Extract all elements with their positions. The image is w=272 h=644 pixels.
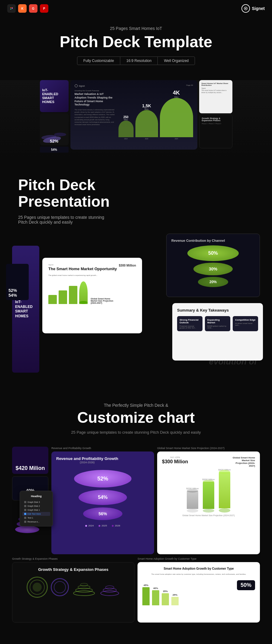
purple-spiral [99,578,120,596]
edit-item-text1[interactable]: Text 1 [22,516,50,520]
oval-deco-3 [54,133,66,136]
revenue-card-top: Revenue and Profitability Growth (2024-2… [56,456,118,464]
slide-logo-text: Signet [79,85,85,87]
edit-icon-active [24,513,26,515]
cyl-base-3 [219,508,230,513]
right-growth-text: Phase 1 • Phase 2 • Phase 3 [202,123,230,125]
year2-label: 2020 [145,138,148,140]
val3: 4K [173,90,180,96]
legend-1: 2024 [85,524,94,527]
cylinder-chart: $200 Milion $300 Milion [162,470,255,513]
stat-card-52: 52% 54% [6,264,29,300]
right-card-text: SignetThe smart homes IoT market share i… [202,87,230,94]
summary-title: Summary & Key Takeaways [177,308,258,312]
legend-dot-2 [99,525,100,527]
rev-title: Revenue and Profitability Growth [56,456,118,461]
customize-subtitle: The Perfectly Simple Pitch Deck & [6,403,266,408]
left-mini-cards: IoT-ENABLEDSMARTHOMES 52% 54% [40,80,69,153]
edit-item-2[interactable]: Graph Disk 2 [22,504,50,508]
pdf-icon[interactable]: P [40,4,48,13]
google-slides-icon[interactable]: G [29,4,37,13]
revenue-profitability-card: Heading Graph Disk 3 Graph Disk 2 Graph … [51,451,154,554]
smart-badge: 50% [237,580,255,590]
summary-item-3: Competitive Edge AI-driven smart home te… [233,316,258,331]
edit-icon-3 [24,509,26,511]
edit-item-active[interactable]: Edit Text Here [22,512,50,516]
smart-val-45: 45% [144,584,148,587]
mini-card-iot: IoT-ENABLEDSMARTHOMES [40,80,69,112]
bubble-chart: 250 Million 2014 1,5K Million 2020 [118,90,193,140]
svg-point-12 [103,588,116,592]
slide-content: Unveiling the Growth Potential: Market V… [75,90,193,140]
cyl-shape-1 [187,491,198,509]
purple-oval-54: 54% [79,490,127,505]
legend-2: 2025 [99,524,107,527]
revenue-ovals: 50% 30% 20% [171,245,255,287]
oval-20: 20% [198,277,228,287]
legend-dot-3 [112,525,114,527]
svg-point-6 [245,8,246,9]
smart-bar-2 [152,590,159,605]
market-opp-title: The Smart Home Market Opportunity [48,267,117,271]
cyl-top-3 [219,470,230,474]
slide-body: The smart home industry is witnessing un… [75,108,115,126]
slide-header: Signet Page 06 [75,84,193,87]
edit-popup-title: Heading [22,494,50,499]
cyl-2: $300 Milion [202,478,215,513]
cyl-base-1 [187,509,198,513]
ring-green-1 [27,577,48,598]
bubble-2024: 4K Million 2024 [160,90,193,140]
logo-text: Signet [252,6,265,11]
smart-bar-group-4: 25% [171,594,179,605]
cyl-shape-2 [203,482,214,509]
cyl-3: $420 Milion [218,468,231,513]
preview-section: IoT-ENABLEDSMARTHOMES 52% 54% Signet Pag… [0,80,272,159]
revenue-profitability-wrapper: Revenue and Profitability Growth Heading… [51,447,154,554]
rev-subtitle: (2024-2026) [56,461,118,464]
purple-oval-56: 56% [83,507,122,520]
edit-item-revenue[interactable]: Revenue e... [22,520,50,524]
edit-item-3[interactable]: Graph Disk 1 [22,508,50,512]
market-opp-body: The global smart home market is experien… [48,274,136,277]
smart-bar-4 [171,597,179,605]
market-opp-value: $300 Million [119,264,136,267]
edit-popup[interactable]: Heading Graph Disk 3 Graph Disk 2 Graph … [20,491,53,526]
summary-items: Strong Financial Outlook Projected reven… [177,316,258,331]
purple-ovals-stack: 52% 54% 56% [56,470,149,520]
svg-point-1 [10,7,11,8]
ring-purple-inner [54,581,66,593]
ring-core [33,583,42,592]
mini-card-title: IoT-ENABLEDSMARTHOMES [42,88,58,104]
val2: 1,5K [142,103,151,108]
smart-val-40: 40% [153,587,158,590]
cylinder-base [79,301,88,304]
edit-item-1[interactable]: Graph Disk 3 [22,500,50,504]
keynote-icon[interactable]: K [18,4,27,13]
growth-title: Growth Strategy & Expansion Phases [17,567,129,572]
revenue-card-label: Revenue and Profitability Growth [51,447,154,450]
edit-icon-1 [24,501,26,503]
logo-circle-icon [241,4,250,13]
right-card-growth: Growth Strategy & Expansion Phases Phase… [199,115,232,148]
hero-title: Pitch Deck Template [6,33,266,50]
svg-point-11 [101,591,119,596]
smart-title: Smart Home Adoption Growth by Customer T… [142,567,255,570]
bar-1 [48,295,57,304]
iot-text: IoT-ENABLEDSMARTHOMES [15,300,33,319]
stat-52: 52% [8,288,26,293]
global-label: Global Smart Home Market Size Projection… [157,447,260,450]
ring-green-inner [30,580,45,595]
market-opp-text: Signet The Smart Home Market Opportunity [48,264,117,271]
template-grid-row2: Growth Strategy & Expansion Phases Growt… [6,554,266,623]
figma-icon[interactable] [7,4,16,13]
market-opp-card: Signet The Smart Home Market Opportunity… [42,258,142,333]
slide-logo-circle [75,84,78,87]
cyl-top-1 [187,489,198,493]
svg-point-3 [10,9,11,10]
smart-bar-group-2: 40% [152,587,159,605]
right-side-cards: Smart Homes IoT Market Share Distributio… [199,80,232,153]
revenue-card-title: Revenue Contribution by Channel [171,239,255,242]
bar-2 [59,290,67,304]
customize-title: Customize chart [6,409,266,426]
smart-bar-1 [142,587,150,605]
